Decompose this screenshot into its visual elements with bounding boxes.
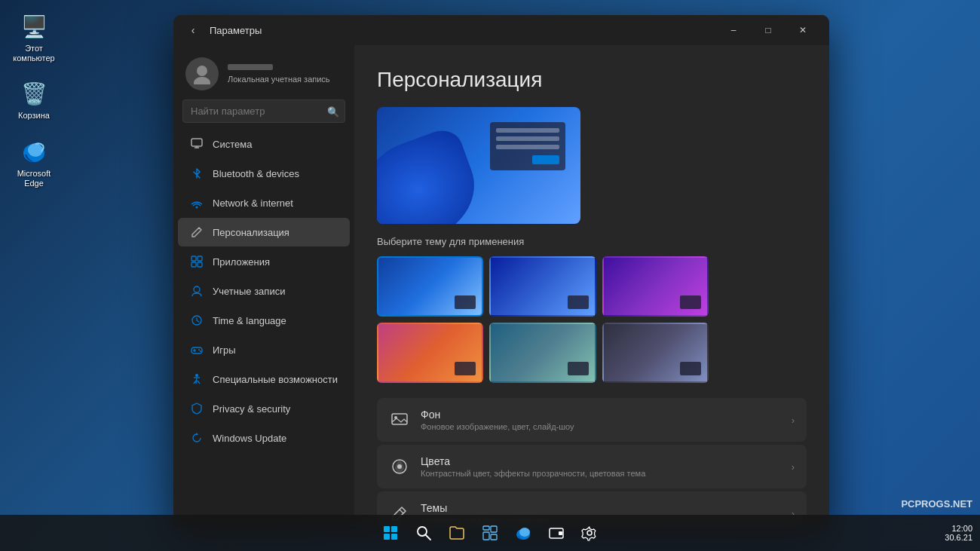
svg-rect-33 [483,532,489,540]
sidebar-item-system[interactable]: Система [178,130,350,158]
svg-point-1 [28,143,43,157]
background-title: Фон [421,409,781,421]
theme-5-mini-bar [568,362,589,375]
sidebar-item-privacy[interactable]: Privacy & security [178,394,350,423]
user-profile[interactable]: Локальная учетная запись [173,45,354,99]
themes-grid [377,256,709,383]
theme-3-mini-bar [680,295,701,309]
svg-rect-4 [191,139,202,146]
sidebar-item-network[interactable]: Network & internet [178,188,350,217]
theme-4[interactable] [377,323,483,383]
update-icon [190,431,204,445]
desktop-icon-trash[interactable]: 🗑️ Корзина [8,75,60,124]
svg-line-30 [426,535,430,540]
desktop-icon-computer[interactable]: 🖥️ Этоткомпьютер [8,8,60,67]
sidebar-item-accessibility[interactable]: Специальные возможности [178,365,350,393]
accounts-label: Учетные записи [213,286,285,297]
time-label: Time & language [213,315,286,326]
minimize-button[interactable]: – [716,18,751,42]
svg-rect-9 [198,256,202,261]
taskbar-wallet[interactable] [541,518,571,548]
svg-point-12 [194,286,200,292]
sidebar-item-time[interactable]: Time & language [178,306,350,335]
sidebar-item-update[interactable]: Windows Update [178,424,350,452]
personalization-icon [190,225,204,239]
user-type: Локальная учетная запись [228,75,330,84]
user-info: Локальная учетная запись [228,64,330,84]
colors-desc: Контрастный цвет, эффекты прозрачности, … [421,469,781,478]
sidebar-item-bluetooth[interactable]: Bluetooth & devices [178,159,350,188]
background-arrow: › [792,415,795,426]
theme-1[interactable] [377,256,483,317]
svg-point-18 [200,350,201,352]
back-button[interactable]: ‹ [182,20,204,41]
bluetooth-icon [190,167,204,180]
themes-title: Темы [421,502,781,514]
colors-icon [389,456,410,477]
taskbar-search[interactable] [409,518,439,548]
theme-1-mini-bar [455,295,476,309]
search-icon: 🔍 [327,106,339,117]
nav-list: Система Bluetooth & devices Network & in… [173,129,354,528]
personalization-label: Персонализация [213,227,289,238]
colors-title: Цвета [421,455,781,467]
desktop-icons: 🖥️ Этоткомпьютер 🗑️ Корзина MicrosoftEdg… [8,8,60,192]
title-bar: ‹ Параметры – □ ✕ [173,15,829,45]
window-controls: – □ ✕ [716,18,820,42]
svg-point-3 [194,77,210,84]
colors-arrow: › [792,461,795,473]
page-title: Персонализация [377,68,807,92]
maximize-button[interactable]: □ [751,18,786,42]
settings-item-background[interactable]: Фон Фоновое изображение, цвет, слайд-шоу… [377,398,807,442]
sidebar-item-accounts[interactable]: Учетные записи [178,277,350,305]
watermark: PCPROGS.NET [901,498,972,510]
taskbar-start[interactable] [375,518,406,548]
close-button[interactable]: ✕ [786,18,820,42]
sidebar-item-personalization[interactable]: Персонализация [178,218,350,246]
svg-rect-8 [191,256,196,261]
taskbar-settings[interactable] [574,518,605,548]
taskbar-edge[interactable] [508,518,538,548]
taskbar-widgets[interactable] [475,518,505,548]
gaming-icon [190,343,204,357]
svg-rect-26 [391,526,397,532]
svg-point-7 [196,207,198,209]
update-label: Windows Update [213,433,286,444]
theme-6[interactable] [602,323,709,383]
desktop-icon-edge[interactable]: MicrosoftEdge [8,133,60,192]
theme-5[interactable] [489,323,596,383]
date-display: 30.6.21 [945,533,972,542]
apps-label: Приложения [213,256,270,268]
accessibility-icon [190,372,204,386]
svg-rect-10 [191,262,196,267]
background-icon [389,409,410,430]
preview-inner [490,122,565,170]
taskbar-files[interactable] [442,518,472,548]
preview-bar-3 [496,145,559,149]
theme-2[interactable] [489,256,596,317]
time-display: 12:00 [945,524,972,533]
sidebar-item-gaming[interactable]: Игры [178,335,350,364]
user-name [228,64,273,70]
search-input[interactable] [182,99,345,123]
trash-label: Корзина [18,111,50,121]
svg-rect-27 [384,534,390,540]
settings-item-colors[interactable]: Цвета Контрастный цвет, эффекты прозрачн… [377,445,807,488]
svg-point-17 [198,349,200,350]
preview-flower [377,124,488,224]
sidebar-item-apps[interactable]: Приложения [178,247,350,276]
search-box: 🔍 [182,99,345,123]
svg-rect-38 [559,531,562,535]
preview-button [532,155,559,164]
edge-label: MicrosoftEdge [17,169,51,188]
theme-preview [377,107,580,224]
themes-label: Выберите тему для применения [377,236,807,247]
system-icon [190,137,204,151]
theme-6-mini-bar [680,362,701,375]
accessibility-label: Специальные возможности [213,374,338,385]
preview-bar-1 [496,128,559,133]
svg-rect-31 [483,526,489,530]
computer-icon: 🖥️ [19,11,49,41]
svg-point-29 [418,527,427,536]
theme-3[interactable] [602,256,709,317]
